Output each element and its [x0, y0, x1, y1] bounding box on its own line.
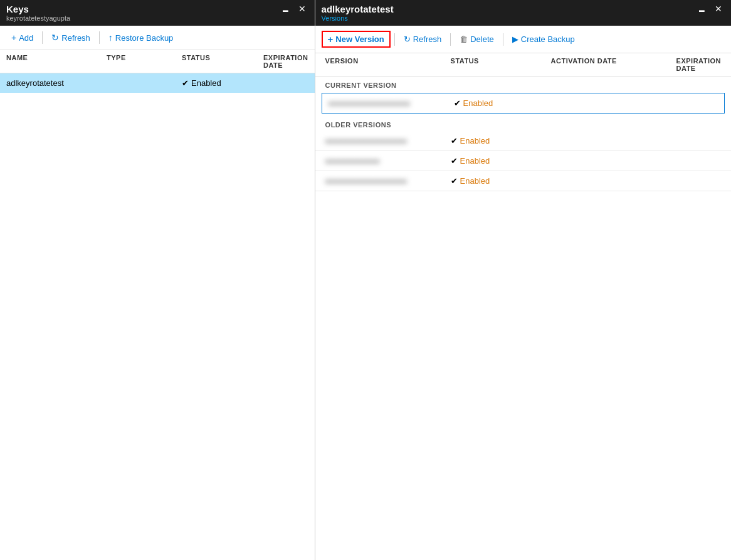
right-refresh-button[interactable]: ↻ Refresh: [399, 33, 447, 46]
current-version-row[interactable]: ●●●●●●●●●●●●●●●●●● ✔ Enabled: [322, 93, 725, 114]
delete-button[interactable]: 🗑 Delete: [455, 33, 499, 46]
left-panel-title: Keys: [6, 4, 70, 14]
left-title-bar: Keys keyrotatetestyagupta 🗕 ✕: [0, 0, 315, 26]
right-toolbar: + New Version ↻ Refresh 🗑 Delete ▶ Creat…: [315, 26, 731, 53]
create-backup-label: Create Backup: [521, 34, 575, 44]
right-close-button[interactable]: ✕: [712, 4, 725, 14]
older-version-row-3[interactable]: ●●●●●●●●●●●●●●●●●● ✔ Enabled: [315, 171, 731, 191]
restore-backup-button[interactable]: ↑ Restore Backup: [103, 31, 179, 45]
right-panel-subtitle: Versions: [322, 14, 394, 22]
older-version-status-2: ✔ Enabled: [451, 156, 551, 166]
new-version-label: New Version: [335, 34, 384, 44]
table-row[interactable]: adlkeyrotatetest ✔ Enabled: [0, 73, 315, 93]
row-name: adlkeyrotatetest: [6, 78, 107, 88]
version-table-header: VERSION STATUS ACTIVATION DATE EXPIRATIO…: [315, 53, 731, 77]
add-label: Add: [19, 33, 33, 43]
delete-label: Delete: [470, 34, 494, 44]
row-status: ✔ Enabled: [182, 78, 263, 88]
col-header-type: TYPE: [107, 54, 182, 69]
left-table-body: adlkeyrotatetest ✔ Enabled: [0, 73, 315, 560]
older-check-icon-3: ✔: [451, 176, 458, 186]
older-version-status-1: ✔ Enabled: [451, 136, 551, 145]
older-status-text-2: Enabled: [460, 156, 490, 166]
right-content: VERSION STATUS ACTIVATION DATE EXPIRATIO…: [315, 53, 731, 560]
right-window-controls: 🗕 ✕: [695, 4, 725, 14]
older-version-id-3: ●●●●●●●●●●●●●●●●●●: [325, 176, 451, 186]
left-toolbar: + Add ↻ Refresh ↑ Restore Backup: [0, 26, 315, 50]
refresh-button[interactable]: ↻ Refresh: [46, 31, 95, 45]
older-check-icon-2: ✔: [451, 156, 458, 166]
status-text: Enabled: [191, 78, 221, 88]
col-header-status: STATUS: [182, 54, 263, 69]
new-version-button[interactable]: + New Version: [322, 31, 391, 48]
right-separator-1: [394, 33, 395, 46]
right-refresh-label: Refresh: [413, 34, 442, 44]
older-version-id-2: ●●●●●●●●●●●●: [325, 156, 451, 166]
right-separator-2: [450, 33, 451, 46]
older-version-id-1: ●●●●●●●●●●●●●●●●●●: [325, 136, 451, 145]
left-table-header: NAME TYPE STATUS EXPIRATION DATE: [0, 50, 315, 73]
restore-icon: ↑: [108, 33, 113, 43]
right-title-bar: adlkeyrotatetest Versions 🗕 ✕: [315, 0, 731, 26]
col-header-expiration: EXPIRATION DATE: [263, 54, 308, 69]
refresh-label: Refresh: [61, 33, 90, 43]
col-header-name: NAME: [6, 54, 107, 69]
right-separator-3: [503, 33, 503, 46]
left-title-info: Keys keyrotatetestyagupta: [6, 4, 70, 22]
activation-col-header: ACTIVATION DATE: [551, 57, 676, 72]
older-status-text-1: Enabled: [460, 136, 490, 145]
toolbar-separator-1: [42, 31, 43, 44]
left-minimize-button[interactable]: 🗕: [278, 4, 292, 14]
older-version-status-3: ✔ Enabled: [451, 176, 551, 186]
older-check-icon-1: ✔: [451, 136, 458, 145]
older-versions-label: OLDER VERSIONS: [315, 116, 731, 131]
right-refresh-icon: ↻: [404, 34, 411, 44]
check-icon: ✔: [182, 78, 189, 88]
plus-icon: +: [11, 33, 16, 43]
right-minimize-button[interactable]: 🗕: [695, 4, 708, 14]
left-window-controls: 🗕 ✕: [278, 4, 308, 14]
current-status-text: Enabled: [463, 98, 493, 108]
current-version-status: ✔ Enabled: [454, 98, 554, 108]
older-version-row-2[interactable]: ●●●●●●●●●●●● ✔ Enabled: [315, 151, 731, 171]
left-close-button[interactable]: ✕: [296, 4, 308, 14]
add-button[interactable]: + Add: [6, 31, 38, 45]
version-col-header: VERSION: [325, 57, 451, 72]
left-panel-subtitle: keyrotatetestyagupta: [6, 14, 70, 22]
restore-backup-label: Restore Backup: [115, 33, 174, 43]
older-status-text-3: Enabled: [460, 176, 490, 186]
left-panel: Keys keyrotatetestyagupta 🗕 ✕ + Add ↻ Re…: [0, 0, 315, 560]
current-version-id: ●●●●●●●●●●●●●●●●●●: [329, 98, 454, 108]
right-panel: adlkeyrotatetest Versions 🗕 ✕ + New Vers…: [315, 0, 731, 560]
new-version-plus-icon: +: [328, 34, 334, 45]
current-check-icon: ✔: [454, 98, 461, 108]
status-col-header: STATUS: [451, 57, 551, 72]
right-panel-title: adlkeyrotatetest: [322, 4, 394, 14]
older-version-row-1[interactable]: ●●●●●●●●●●●●●●●●●● ✔ Enabled: [315, 131, 731, 151]
create-backup-icon: ▶: [512, 34, 518, 44]
current-version-label: CURRENT VERSION: [315, 77, 731, 92]
right-title-info: adlkeyrotatetest Versions: [322, 4, 394, 22]
refresh-icon: ↻: [51, 33, 59, 43]
toolbar-separator-2: [99, 31, 100, 44]
expiration-col-header: EXPIRATION DATE: [676, 57, 721, 72]
delete-icon: 🗑: [460, 34, 468, 44]
create-backup-button[interactable]: ▶ Create Backup: [507, 33, 580, 46]
